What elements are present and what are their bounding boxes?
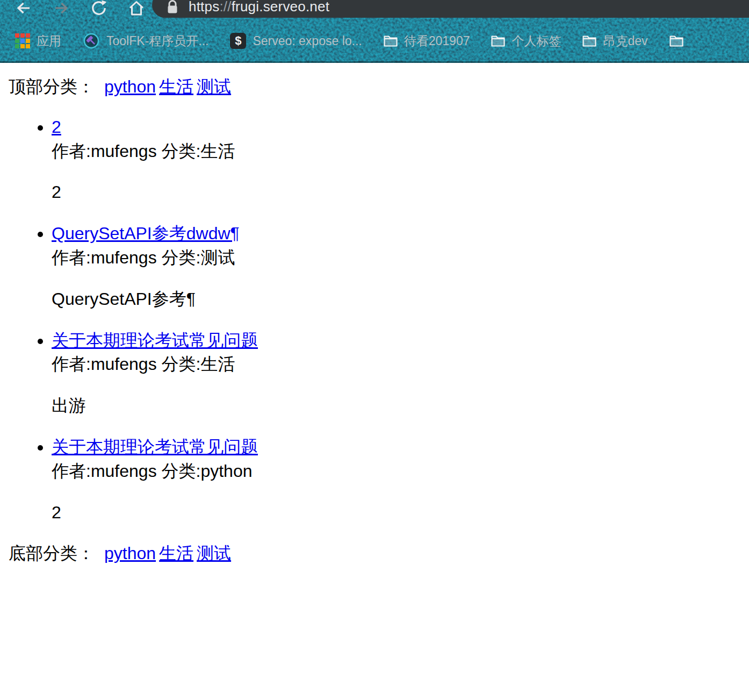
folder-icon xyxy=(582,35,596,47)
apps-grid-icon xyxy=(15,33,30,48)
dollar-icon: $ xyxy=(230,33,246,49)
post-summary: 2 xyxy=(52,180,740,204)
back-icon xyxy=(15,0,32,17)
post-title-link[interactable]: 关于本期理论考试常见问题 xyxy=(52,437,258,456)
bookmark-folder-daikan[interactable]: 待看201907 xyxy=(384,33,470,49)
top-category-link-ceshi[interactable]: 测试 xyxy=(197,77,231,96)
bookmark-folder-angke-dev[interactable]: 昂克dev xyxy=(582,33,647,49)
post-item: QuerySetAPI参考dwdw¶ 作者:mufengs 分类:测试 Quer… xyxy=(52,222,740,311)
folder-icon xyxy=(384,35,398,47)
toolfk-favicon xyxy=(83,32,100,49)
bookmark-folder-clipped[interactable] xyxy=(669,35,690,47)
bookmark-label: 待看201907 xyxy=(404,33,470,49)
browser-chrome: https://frugi.serveo.net xyxy=(0,0,749,63)
bottom-categories-label: 底部分类： xyxy=(9,544,95,563)
post-title-link[interactable]: 关于本期理论考试常见问题 xyxy=(52,331,258,350)
chrome-separator xyxy=(0,61,749,63)
forward-icon xyxy=(53,0,70,17)
bookmark-label: Serveo: expose lo... xyxy=(253,34,362,48)
top-categories-label: 顶部分类： xyxy=(9,77,95,96)
bookmark-label: 个人标签 xyxy=(512,33,561,49)
home-icon xyxy=(128,0,145,17)
post-item: 2 作者:mufengs 分类:生活 2 xyxy=(52,115,740,204)
bookmark-label: ToolFK-程序员开... xyxy=(106,33,208,49)
bookmark-label: 昂克dev xyxy=(603,33,647,49)
reload-icon xyxy=(90,0,107,17)
post-summary: 2 xyxy=(52,501,740,525)
post-title-link[interactable]: 2 xyxy=(52,117,61,137)
post-meta: 作者:mufengs 分类:生活 xyxy=(52,141,235,161)
post-summary: 出游 xyxy=(52,394,740,418)
forward-button[interactable] xyxy=(53,1,70,17)
top-category-link-python[interactable]: python xyxy=(104,77,156,96)
bottom-category-link-shenghuo[interactable]: 生活 xyxy=(159,544,193,563)
bookmark-toolfk[interactable]: ToolFK-程序员开... xyxy=(83,32,208,49)
post-meta: 作者:mufengs 分类:测试 xyxy=(52,248,235,267)
web-page-content: 顶部分类：python生活测试 2 作者:mufengs 分类:生活 2 Que… xyxy=(0,63,749,700)
bookmark-folder-personal-tags[interactable]: 个人标签 xyxy=(491,33,561,49)
top-category-link-shenghuo[interactable]: 生活 xyxy=(159,77,193,96)
reload-button[interactable] xyxy=(90,1,107,17)
folder-icon xyxy=(491,35,505,47)
post-item: 关于本期理论考试常见问题 作者:mufengs 分类:python 2 xyxy=(52,435,740,524)
post-item: 关于本期理论考试常见问题 作者:mufengs 分类:生活 出游 xyxy=(52,328,740,418)
bookmark-label: 应用 xyxy=(37,33,61,49)
bookmark-serveo[interactable]: $ Serveo: expose lo... xyxy=(230,33,362,49)
back-button[interactable] xyxy=(15,1,32,17)
folder-icon xyxy=(669,35,683,47)
bottom-category-link-ceshi[interactable]: 测试 xyxy=(197,544,231,563)
post-meta: 作者:mufengs 分类:生活 xyxy=(52,354,235,374)
browser-toolbar xyxy=(0,0,749,20)
post-list: 2 作者:mufengs 分类:生活 2 QuerySetAPI参考dwdw¶ … xyxy=(9,115,740,525)
post-title-link[interactable]: QuerySetAPI参考dwdw¶ xyxy=(52,224,240,243)
post-meta: 作者:mufengs 分类:python xyxy=(52,461,252,481)
bottom-categories: 底部分类：python生活测试 xyxy=(9,541,740,566)
post-summary: QuerySetAPI参考¶ xyxy=(52,287,740,311)
bookmarks-bar: 应用 ToolFK-程序员开... $ Serveo: expose lo...… xyxy=(0,20,749,62)
bottom-category-link-python[interactable]: python xyxy=(104,544,156,563)
bookmark-apps[interactable]: 应用 xyxy=(15,33,61,49)
top-categories: 顶部分类：python生活测试 xyxy=(9,75,740,99)
home-button[interactable] xyxy=(128,1,145,17)
